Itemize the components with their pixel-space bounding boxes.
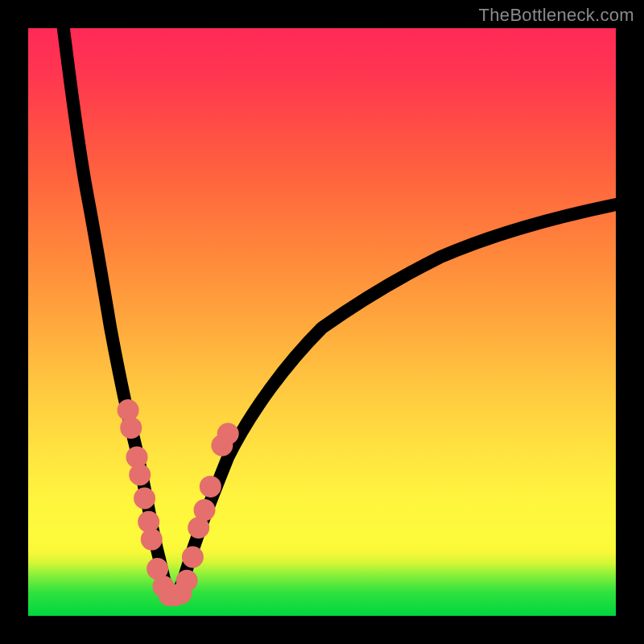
svg-point-16: [202, 479, 218, 495]
chart-frame: TheBottleneck.com: [0, 0, 644, 644]
svg-point-6: [143, 531, 159, 547]
curve-layer: [28, 28, 616, 616]
svg-point-4: [137, 490, 153, 506]
svg-point-12: [179, 572, 195, 588]
svg-point-3: [132, 467, 148, 483]
svg-point-2: [129, 449, 145, 465]
curve-right-branch: [169, 204, 616, 598]
svg-point-1: [123, 420, 139, 436]
svg-point-18: [220, 426, 236, 442]
watermark-text: TheBottleneck.com: [479, 5, 634, 26]
plot-area: [28, 28, 616, 616]
svg-point-0: [120, 402, 136, 419]
svg-point-7: [150, 561, 166, 577]
svg-point-15: [196, 502, 213, 518]
svg-point-13: [185, 549, 201, 565]
svg-point-14: [191, 520, 207, 536]
curve-beads: [120, 402, 236, 604]
svg-point-5: [141, 514, 157, 530]
